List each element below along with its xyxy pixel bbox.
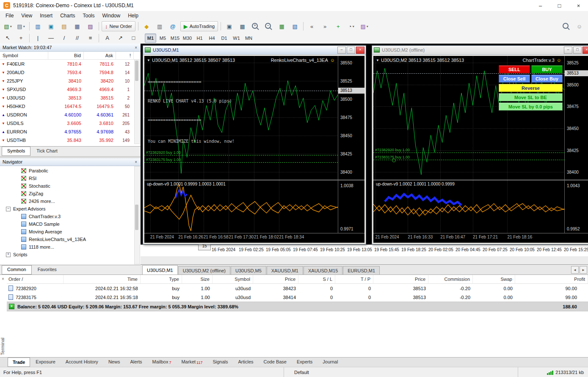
timeframe-h1[interactable]: H1 [194,33,205,43]
menu-view[interactable]: View [17,12,36,19]
chart-tab-u30usd-m2-offline[interactable]: U30USD,M2 (offline) [178,266,230,274]
symbol-dropdown-icon[interactable]: ▼ [376,58,379,62]
market-watch-row-200aud[interactable]: ▼200AUD7593.47594.814 [0,68,141,77]
autotrading-button[interactable]: ▶AutoTrading [180,21,218,31]
tree-toggle-icon[interactable]: − [6,207,11,211]
move-sl-by-pips-button[interactable]: Move SL by 0.0 pips [499,103,563,111]
menu-charts[interactable]: Charts [56,12,79,19]
channel-icon[interactable]: // [71,33,83,43]
terminal-tab-signals[interactable]: Signals [208,358,232,366]
minimize-button[interactable]: – [531,0,550,11]
full-screen-icon[interactable]: ▣ [223,21,235,31]
navigator-toggle-icon[interactable]: ▤ [58,21,70,31]
text-icon[interactable]: A [101,33,113,43]
market-watch-row-spxusd[interactable]: ▼SPXUSD4969.34969.41 [0,85,141,94]
symbol-dropdown-icon[interactable]: ▼ [147,58,150,62]
timeframe-w1[interactable]: W1 [231,33,242,43]
chart2-minimize-button[interactable]: – [564,47,572,54]
chart1-body[interactable]: #72382920 buy 1.00#72383175 buy 1.003855… [144,56,364,243]
terminal-tab-trade[interactable]: Trade [8,358,30,367]
navigator-item-2426-more[interactable]: 2426 more... [0,197,141,205]
navigator-scrollbar[interactable] [134,166,140,264]
timeframe-m15[interactable]: M15 [169,33,181,43]
terminal-tab-articles[interactable]: Articles [234,358,258,366]
navigator-item-1118-more[interactable]: 1118 more... [0,243,141,251]
terminal-tab-mailbox[interactable]: Mailbox7 [148,358,176,366]
market-watch-row-225jpy[interactable]: ▼225JPY384103842010 [0,77,141,85]
market-watch-toggle-icon[interactable]: ▥ [32,21,44,31]
chart1-close-button[interactable]: × [356,47,364,54]
templates-icon[interactable]: ▨▾ [358,21,370,31]
timeframe-h4[interactable]: H4 [206,33,218,43]
indicators-icon[interactable]: + [332,21,344,31]
navigator-item-moving-average[interactable]: Moving Average [0,228,141,236]
chart-properties-icon[interactable]: ▩ [236,21,248,31]
maximize-button[interactable]: □ [550,0,569,11]
move-sl-to-be-button[interactable]: Move SL to BE [499,93,563,101]
close-buy-button[interactable]: Close Buy [531,75,563,83]
navigator-item-scripts[interactable]: +Scripts [0,251,141,258]
timeframe-m1[interactable]: M1 [145,33,156,43]
timeframe-d1[interactable]: D1 [218,33,230,43]
market-watch-tab-tick-chart[interactable]: Tick Chart [31,147,63,155]
periods-icon[interactable]: ◔▾ [345,21,357,31]
market-watch-row-f40eur[interactable]: ▼F40EUR7810.47811.612 [0,60,141,68]
search-icon[interactable] [560,21,572,31]
shapes-icon[interactable]: □ [127,33,140,43]
chart1-restore-button[interactable]: □ [347,47,355,54]
sell-button[interactable]: SELL [499,65,530,73]
chart-tab-eurusd-m1[interactable]: EURUSD,M1 [343,266,380,274]
terminal-tab-experts[interactable]: Experts [292,358,317,366]
menu-window[interactable]: Window [99,12,124,19]
navigator-item-stochastic[interactable]: Stochastic [0,182,141,190]
menu-insert[interactable]: Insert [36,12,56,19]
buy-button[interactable]: BUY [531,65,563,73]
crosshair-icon[interactable]: + [15,33,27,43]
market-watch-row-eurron[interactable]: ▲EURRON4.976554.9769843 [0,128,141,136]
cursor-icon[interactable]: ↖ [2,33,14,43]
chart-tab-xauusd-m1[interactable]: XAUUSD,M1 [267,266,303,274]
terminal-column-s-l[interactable]: S / L [298,275,335,283]
terminal-column-commission[interactable]: Commission [428,275,473,283]
navigator-tab-favorites[interactable]: Favorites [33,266,62,273]
menu-tools[interactable]: Tools [79,12,99,19]
market-watch-row-usdron[interactable]: ▲USDRON4.601004.60361261 [0,111,141,119]
chart2-title-bar[interactable]: U30USD,M2 (offline) – □ × [372,46,588,55]
zoom-out-icon[interactable]: − [262,21,275,31]
terminal-tab-account-history[interactable]: Account History [61,358,103,366]
market-watch-scrollbar[interactable] [134,59,140,144]
navigator-item-charttrader-v-3[interactable]: ChartTrader.v.3 [0,213,141,220]
new-chart-icon[interactable]: ▧▾ [2,21,14,31]
market-watch-column-bid[interactable]: Bid [48,52,84,59]
navigator-item-zigzag[interactable]: ZigZag [0,190,141,197]
market-watch-row-usdils[interactable]: ▼USDILS3.66053.6810205 [0,119,141,128]
reverse-button[interactable]: Reverse [499,84,563,92]
timeframe-m5[interactable]: M5 [157,33,168,43]
navigator-item-rsi[interactable]: RSI [0,175,141,182]
terminal-column-swap[interactable]: Swap [473,275,515,283]
terminal-column-profit[interactable]: Profit [515,275,588,283]
terminal-tab-market[interactable]: Market117 [177,358,207,366]
market-globe-icon[interactable]: @ [167,21,179,31]
trendline-icon[interactable]: / [58,33,70,43]
auto-scroll-icon[interactable]: » [319,21,331,31]
market-watch-close-icon[interactable]: × [134,45,138,50]
timeframe-m30[interactable]: M30 [182,33,193,43]
market-watch-column-ask[interactable]: Ask [84,52,116,59]
cascade-windows-icon[interactable]: ▧ [289,21,301,31]
navigator-tab-common[interactable]: Common [2,265,32,274]
terminal-column-order[interactable]: Order / [7,275,63,283]
terminal-column-size[interactable]: Size [182,275,213,283]
community-icon[interactable]: ☺ [573,21,585,31]
chart1-minimize-button[interactable]: – [337,47,346,54]
chart-tab-u30usd-m5[interactable]: U30USD,M5 [231,266,266,274]
terminal-column-type[interactable]: Type [141,275,182,283]
tile-windows-icon[interactable]: ▦ [276,21,288,31]
chart-window-u30usd-m1[interactable]: U30USD,M1 – □ × #72382920 buy 1.00#72383… [143,45,366,244]
terminal-column-price[interactable]: Price [373,275,428,283]
chart1-title-bar[interactable]: U30USD,M1 – □ × [143,46,366,55]
market-watch-row-h50hkd[interactable]: ▼H50HKD16474.516479.550 [0,102,141,111]
navigator-item-expert-advisors[interactable]: −Expert Advisors [0,205,141,213]
metaeditor-icon[interactable]: ◆ [141,21,153,31]
order-row-72382920[interactable]: 723829202024.02.21 16:32:58buy1.00u30usd… [7,284,588,293]
